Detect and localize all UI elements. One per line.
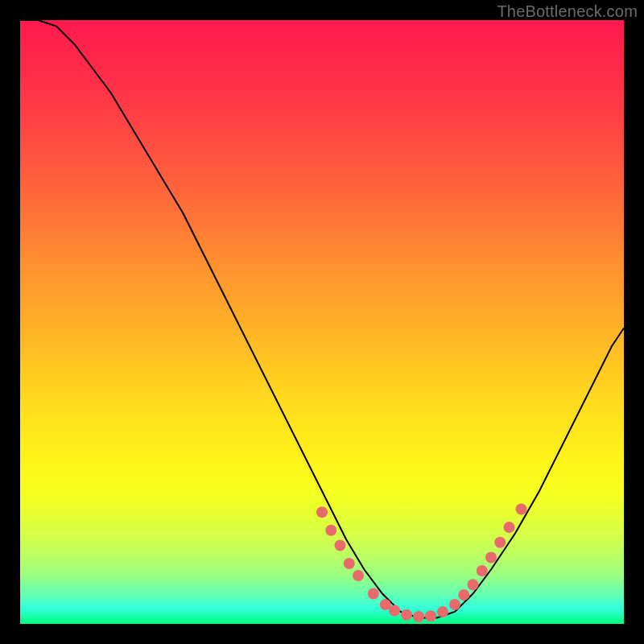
highlight-dot	[477, 565, 488, 576]
highlight-dot	[437, 606, 448, 617]
bottleneck-curve	[20, 20, 624, 618]
chart-container: TheBottleneck.com	[0, 0, 644, 644]
highlight-dot	[353, 570, 364, 581]
highlight-dot	[485, 552, 497, 564]
highlight-dot	[344, 558, 355, 569]
highlight-dot	[494, 537, 506, 548]
highlight-dot	[425, 610, 436, 621]
chart-svg	[20, 20, 624, 624]
highlight-dot	[335, 540, 346, 551]
watermark-text: TheBottleneck.com	[497, 2, 638, 21]
highlight-dot	[316, 506, 328, 518]
highlight-dot	[458, 589, 469, 601]
highlight-dot	[516, 504, 527, 515]
highlight-dot	[401, 609, 412, 621]
highlight-dot	[449, 599, 460, 610]
highlight-dot	[413, 611, 424, 622]
highlight-dot	[368, 588, 379, 600]
plot-area	[20, 20, 624, 624]
highlight-dot	[325, 525, 336, 536]
highlight-dot	[468, 579, 479, 590]
highlight-dot	[389, 605, 400, 617]
highlight-dot	[504, 522, 515, 533]
